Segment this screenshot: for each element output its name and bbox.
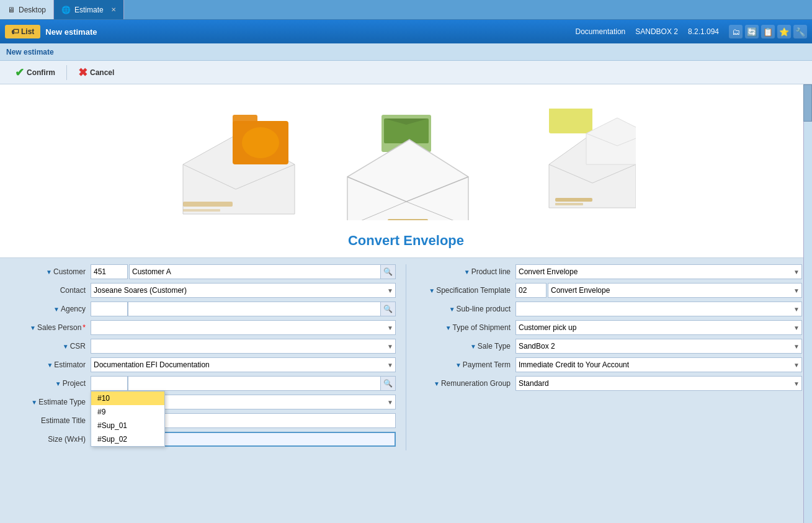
spec-value-select[interactable]: Convert Envelope	[548, 283, 802, 298]
form-area: ▼ Customer 🔍 Contact Joseane Soares (Cus…	[0, 258, 812, 457]
spec-template-label: ▼ Specification Template	[416, 286, 515, 295]
product-showcase: Convert Envelope	[0, 84, 812, 258]
subline-select[interactable]	[515, 302, 802, 316]
project-arrow: ▼	[55, 380, 61, 387]
tab-estimate[interactable]: 🌐 Estimate ✕	[54, 0, 124, 19]
toolbar-icon-5[interactable]: 🔧	[793, 25, 807, 38]
shipment-row: ▼ Type of Shipment Customer pick up ▼	[416, 320, 802, 335]
estimator-select[interactable]: Documentation EFI Documentation	[91, 357, 396, 372]
customer-search-button[interactable]: 🔍	[381, 264, 396, 279]
svg-rect-16	[555, 198, 592, 202]
csr-label: ▼ CSR	[10, 342, 91, 351]
documentation-link[interactable]: Documentation	[576, 27, 626, 36]
project-name-input[interactable]	[128, 376, 381, 391]
customer-name-field: 🔍	[129, 264, 396, 279]
contact-select[interactable]: Joseane Soares (Customer)	[91, 283, 396, 298]
agency-label: ▼ Agency	[10, 305, 91, 313]
estimate-icon: 🌐	[61, 6, 71, 14]
customer-name-input[interactable]	[129, 264, 381, 279]
csr-wrapper: ▼	[91, 339, 396, 354]
project-field: 🔍	[91, 376, 396, 391]
size-label: Size (WxH)	[10, 435, 91, 444]
showcase-images	[0, 84, 812, 226]
toolbar-icon-4[interactable]: ⭐	[777, 25, 791, 38]
breadcrumb: New estimate	[6, 48, 54, 56]
customer-label: ▼ Customer	[10, 267, 91, 276]
payment-term-wrapper: Immediate Credit to Your Account ▼	[515, 357, 802, 372]
agency-name-input[interactable]	[128, 302, 381, 316]
svg-rect-4	[233, 115, 257, 124]
estimator-wrapper: Documentation EFI Documentation ▼	[91, 357, 396, 372]
spec-arrow: ▼	[429, 287, 435, 294]
project-id-input[interactable]	[91, 376, 128, 391]
svg-rect-2	[183, 209, 220, 212]
tab-desktop[interactable]: 🖥 Desktop	[0, 0, 54, 19]
scrollbar-track[interactable]	[803, 258, 812, 457]
toolbar-icon-1[interactable]: 🗂	[729, 25, 743, 38]
svg-rect-12	[388, 219, 428, 220]
form-right-column: ▼ Product line Convert Envelope ▼ ▼ Spec…	[406, 264, 812, 450]
spec-id-input[interactable]	[515, 283, 547, 298]
sales-person-wrapper: ▼	[91, 320, 396, 335]
confirm-icon: ✔	[15, 66, 24, 79]
sale-type-row: ▼ Sale Type SandBox 2 ▼	[416, 339, 802, 354]
toolbar-title: New estimate	[45, 27, 570, 37]
sale-type-wrapper: SandBox 2 ▼	[515, 339, 802, 354]
close-tab-icon[interactable]: ✕	[111, 6, 116, 13]
contact-row: Contact Joseane Soares (Customer) ▼	[10, 283, 396, 298]
shipment-arrow: ▼	[445, 324, 452, 331]
svg-marker-9	[347, 140, 468, 220]
toolbar-icon-2[interactable]: 🔄	[745, 25, 759, 38]
desktop-icon: 🖥	[7, 6, 15, 14]
dropdown-item-sup02[interactable]: #Sup_02	[91, 432, 164, 446]
size-input[interactable]	[130, 432, 396, 447]
subline-row: ▼ Sub-line product ▼	[416, 302, 802, 316]
list-button[interactable]: 🏷 List	[5, 25, 40, 38]
cancel-button[interactable]: ✖ Cancel	[71, 63, 122, 82]
toolbar-icon-3[interactable]: 📋	[761, 25, 775, 38]
svg-rect-17	[555, 203, 583, 205]
customer-row: ▼ Customer 🔍	[10, 264, 396, 279]
csr-row: ▼ CSR ▼	[10, 339, 396, 354]
customer-id-input[interactable]	[91, 264, 128, 279]
agency-row: ▼ Agency 🔍	[10, 302, 396, 316]
sale-type-label: ▼ Sale Type	[416, 342, 515, 351]
spec-template-row: ▼ Specification Template Convert Envelop…	[416, 283, 802, 298]
product-line-label: ▼ Product line	[416, 267, 515, 276]
svg-rect-14	[549, 109, 592, 133]
product-line-select[interactable]: Convert Envelope	[515, 264, 802, 279]
product-image-left	[177, 109, 301, 220]
sales-person-select[interactable]	[91, 320, 396, 335]
remuneration-select[interactable]: Standard	[515, 376, 802, 391]
dropdown-item-9[interactable]: #9	[91, 405, 164, 419]
shipment-select[interactable]: Customer pick up	[515, 320, 802, 335]
remuneration-row: ▼ Remuneration Group Standard ▼	[416, 376, 802, 391]
sale-type-select[interactable]: SandBox 2	[515, 339, 802, 354]
form-left-column: ▼ Customer 🔍 Contact Joseane Soares (Cus…	[0, 264, 406, 450]
required-star: *	[83, 323, 86, 332]
dropdown-item-sup01[interactable]: #Sup_01	[91, 419, 164, 432]
project-search-button[interactable]: 🔍	[381, 376, 396, 391]
main-content: Convert Envelope ▼ Customer 🔍 Contac	[0, 84, 812, 523]
remuneration-arrow: ▼	[434, 380, 440, 387]
sales-person-label: ▼ Sales Person *	[10, 323, 91, 332]
subline-wrapper: ▼	[515, 302, 802, 316]
list-icon: 🏷	[11, 27, 19, 36]
confirm-button[interactable]: ✔ Confirm	[7, 63, 63, 82]
shipment-wrapper: Customer pick up ▼	[515, 320, 802, 335]
version-label: 8.2.1.094	[688, 27, 719, 36]
product-line-row: ▼ Product line Convert Envelope ▼	[416, 264, 802, 279]
agency-id-input[interactable]	[91, 302, 128, 316]
agency-search-button[interactable]: 🔍	[381, 302, 396, 316]
sales-person-row: ▼ Sales Person * ▼	[10, 320, 396, 335]
csr-arrow: ▼	[63, 343, 69, 350]
subline-arrow: ▼	[449, 306, 455, 313]
action-divider	[66, 65, 67, 80]
shipment-label: ▼ Type of Shipment	[416, 323, 515, 332]
showcase-title: Convert Envelope	[348, 226, 464, 257]
contact-select-wrapper: Joseane Soares (Customer) ▼	[91, 283, 396, 298]
product-image-center	[338, 109, 475, 220]
payment-term-select[interactable]: Immediate Credit to Your Account	[515, 357, 802, 372]
csr-select[interactable]	[91, 339, 396, 354]
dropdown-item-10[interactable]: #10	[91, 391, 164, 405]
